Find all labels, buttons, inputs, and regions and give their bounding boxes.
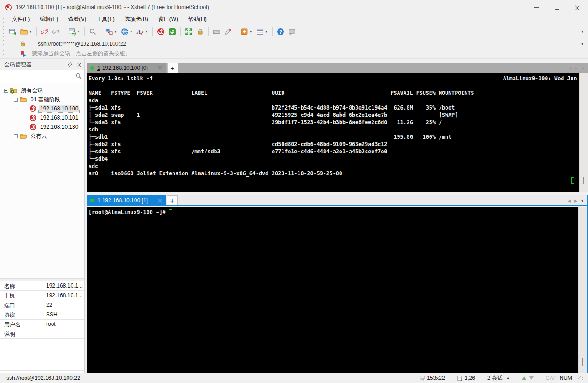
- new-session-button[interactable]: [7, 26, 18, 37]
- scrollbar-bottom[interactable]: [578, 207, 587, 373]
- tab-label: 192.168.10.100 [1]: [102, 197, 148, 204]
- scrollbar-thumb[interactable]: [583, 177, 584, 184]
- xshell-session-icon: [29, 114, 37, 121]
- disconnect-button[interactable]: [39, 26, 50, 37]
- tile-layout-icon: [256, 28, 264, 36]
- minimize-button[interactable]: [526, 0, 546, 14]
- property-row-2: 端口22: [0, 300, 84, 310]
- tree-item-192.168.10.100[interactable]: 192.168.10.100: [0, 104, 84, 113]
- menu-item-1[interactable]: 编辑(E): [35, 15, 63, 24]
- tab-close-icon[interactable]: [158, 66, 162, 70]
- collapse-icon[interactable]: [14, 98, 18, 102]
- session-manager-header: 会话管理器: [0, 59, 84, 70]
- add-session-flag-icon[interactable]: [20, 50, 26, 57]
- tree-item-192.168.10.101[interactable]: 192.168.10.101: [0, 113, 84, 122]
- toolbar-separator: [152, 27, 153, 36]
- tab-scroll-left-icon[interactable]: ◀: [569, 66, 572, 70]
- open-folder-icon: [20, 28, 28, 36]
- status-bar: ssh://root@192.168.10.100:22 153x22 1,26…: [0, 373, 588, 383]
- address-url[interactable]: ssh://root:******@192.168.10.100:22: [38, 41, 126, 47]
- property-label: 端口: [0, 300, 42, 310]
- collapse-icon[interactable]: [4, 89, 8, 93]
- address-dropdown-icon[interactable]: ▼: [581, 42, 584, 46]
- close-button[interactable]: [567, 0, 588, 14]
- open-folder-button[interactable]: ▼: [19, 26, 33, 37]
- find-button[interactable]: [88, 26, 98, 37]
- new-tab-button[interactable]: +: [167, 63, 178, 73]
- tree-item-label: 192.168.10.130: [39, 123, 79, 131]
- expand-icon[interactable]: [14, 134, 18, 138]
- tree-item-公有云[interactable]: 公有云: [0, 131, 84, 141]
- menu-item-3[interactable]: 工具(T): [91, 15, 119, 24]
- menu-item-5[interactable]: 窗口(W): [153, 15, 183, 24]
- tree-item-01 基础阶段[interactable]: 01 基础阶段: [0, 95, 84, 104]
- connected-dot-icon: [90, 199, 94, 202]
- toolbar-separator: [208, 27, 209, 36]
- tab-list-dropdown-icon[interactable]: ▼: [582, 67, 585, 70]
- session-search-input[interactable]: [2, 72, 74, 80]
- tab-bar-bottom: 1 192.168.10.100 [1] + ◀ ▶ ▼: [87, 195, 587, 206]
- new-file-button[interactable]: ▼: [239, 26, 254, 37]
- toolbar-overflow-icon[interactable]: ▼: [581, 30, 584, 33]
- lock-screen-button[interactable]: [195, 26, 205, 37]
- toolbar-grip[interactable]: [3, 50, 4, 57]
- new-tab-button[interactable]: +: [167, 195, 178, 205]
- maximize-button[interactable]: [546, 0, 567, 14]
- dropdown-caret-icon[interactable]: ▼: [29, 30, 32, 33]
- dropdown-caret-icon[interactable]: ▼: [77, 30, 80, 33]
- dropdown-caret-icon[interactable]: ▼: [130, 30, 133, 33]
- toolbar-grip[interactable]: [3, 40, 4, 47]
- terminal-pane-bottom: 1 192.168.10.100 [1] + ◀ ▶ ▼ [root@AlmaL…: [87, 195, 588, 374]
- dropdown-caret-icon[interactable]: ▼: [265, 30, 268, 33]
- reconnect-button[interactable]: [51, 26, 61, 37]
- fullscreen-button[interactable]: [184, 26, 194, 37]
- font-button[interactable]: ▼: [135, 26, 150, 37]
- search-icon[interactable]: [75, 73, 82, 79]
- session-properties-button[interactable]: ▼: [67, 26, 82, 37]
- toolbar-grip[interactable]: [3, 16, 4, 22]
- scroll-up-arrow-icon[interactable]: [522, 376, 526, 380]
- resize-grip[interactable]: [578, 376, 583, 380]
- terminal-screen-top[interactable]: Every 1.0s: lsblk -f AlmaLinux9-100: Wed…: [87, 73, 579, 192]
- session-count[interactable]: 2 会话: [487, 374, 510, 382]
- tab-scroll-right-icon[interactable]: ▶: [574, 199, 577, 203]
- web-browser-button[interactable]: ▼: [120, 26, 134, 37]
- tab-session-0[interactable]: 1 192.168.10.100 [0]: [87, 63, 166, 73]
- terminal-cursor: [571, 177, 574, 184]
- dropdown-caret-icon[interactable]: ▼: [145, 30, 148, 33]
- terminal-screen-bottom[interactable]: [root@AlmaLinux9-100 ~]#: [87, 207, 578, 373]
- pin-panel-button[interactable]: [66, 61, 74, 68]
- tile-layout-button[interactable]: ▼: [255, 26, 269, 37]
- new-session-icon: [9, 28, 16, 36]
- dropdown-caret-icon[interactable]: ▼: [249, 30, 252, 33]
- xshell-icon: [157, 28, 165, 36]
- session-manager-title: 会话管理器: [4, 61, 31, 68]
- tab-scroll-left-icon[interactable]: ◀: [568, 199, 571, 203]
- address-bar: ssh://root:******@192.168.10.100:22 ▼: [0, 39, 588, 49]
- xshell-button[interactable]: [156, 26, 166, 37]
- tree-item-所有会话[interactable]: 所有会话: [0, 86, 84, 95]
- virtual-keyboard-button[interactable]: [211, 26, 222, 37]
- xftp-button[interactable]: [167, 26, 178, 37]
- scroll-down-arrow-icon[interactable]: [529, 376, 534, 380]
- menu-item-4[interactable]: 选项卡(B): [120, 15, 153, 24]
- tab-scroll-right-icon[interactable]: ▶: [575, 66, 578, 70]
- menu-item-2[interactable]: 查看(V): [63, 15, 91, 24]
- tab-list-dropdown-icon[interactable]: ▼: [581, 199, 584, 203]
- tab-session-1[interactable]: 1 192.168.10.100 [1]: [87, 195, 166, 205]
- highlight-pen-button[interactable]: [223, 26, 233, 37]
- menu-item-6[interactable]: 帮助(H): [183, 15, 212, 24]
- scrollbar-thumb[interactable]: [582, 358, 583, 366]
- feedback-button[interactable]: [287, 26, 297, 37]
- sessions-popup-icon: [506, 377, 510, 379]
- help-button[interactable]: [275, 26, 286, 37]
- scrollbar-top[interactable]: [579, 73, 588, 192]
- menu-item-0[interactable]: 文件(F): [7, 15, 35, 24]
- close-panel-button[interactable]: [75, 61, 83, 68]
- dropdown-caret-icon[interactable]: ▼: [114, 30, 117, 33]
- tab-close-icon[interactable]: [158, 199, 162, 203]
- tree-item-192.168.10.130[interactable]: 192.168.10.130: [0, 122, 84, 131]
- tree-item-label: 01 基础阶段: [29, 95, 62, 104]
- toolbar-grip[interactable]: [3, 26, 4, 37]
- compose-mode-button[interactable]: ▼: [104, 26, 119, 37]
